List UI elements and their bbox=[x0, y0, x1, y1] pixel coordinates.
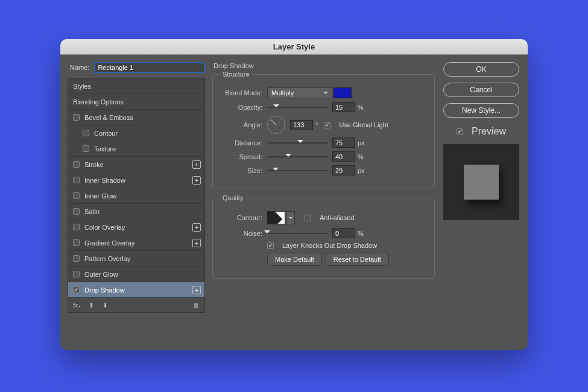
preview-label: Preview bbox=[472, 126, 506, 137]
add-instance-icon[interactable]: + bbox=[192, 223, 201, 232]
move-down-icon[interactable]: ⬇ bbox=[103, 302, 108, 309]
contour-picker[interactable] bbox=[267, 211, 285, 224]
contour-label: Contour: bbox=[220, 214, 262, 221]
styles-list-footer: fx▾ ⬆ ⬇ 🗑 bbox=[68, 298, 204, 312]
noise-input[interactable] bbox=[332, 228, 355, 238]
style-row-satin[interactable]: Satin bbox=[68, 204, 204, 220]
quality-legend: Quality bbox=[220, 194, 245, 201]
style-label: Stroke bbox=[84, 161, 104, 168]
size-label: Size: bbox=[220, 167, 262, 174]
style-row-inner-glow[interactable]: Inner Glow bbox=[68, 188, 204, 204]
style-row-pattern-overlay[interactable]: Pattern Overlay bbox=[68, 251, 204, 267]
move-up-icon[interactable]: ⬆ bbox=[89, 302, 94, 309]
style-label: Bevel & Emboss bbox=[84, 114, 133, 121]
angle-input[interactable] bbox=[290, 120, 313, 130]
preview-swatch bbox=[464, 165, 499, 200]
reset-default-button[interactable]: Reset to Default bbox=[326, 253, 389, 266]
size-unit: px bbox=[358, 167, 365, 174]
distance-slider[interactable] bbox=[267, 139, 327, 147]
angle-dial[interactable] bbox=[267, 116, 285, 134]
make-default-button[interactable]: Make Default bbox=[267, 253, 322, 266]
style-label: Texture bbox=[94, 145, 116, 153]
style-label: Outer Glow bbox=[84, 271, 118, 278]
styles-list: Styles Blending Options Bevel & EmbossCo… bbox=[68, 78, 205, 313]
new-style-button[interactable]: New Style... bbox=[443, 103, 519, 118]
blend-mode-select[interactable]: Multiply bbox=[267, 87, 332, 98]
style-row-inner-shadow[interactable]: Inner Shadow+ bbox=[68, 172, 204, 188]
knockout-checkbox[interactable] bbox=[267, 242, 274, 249]
style-row-gradient-overlay[interactable]: Gradient Overlay+ bbox=[68, 235, 204, 251]
style-label: Color Overlay bbox=[84, 224, 125, 231]
opacity-unit: % bbox=[358, 104, 364, 111]
layer-style-dialog: Layer Style Name: Styles Blending Option… bbox=[60, 39, 528, 350]
contour-dropdown-icon[interactable] bbox=[286, 211, 295, 224]
style-label: Inner Shadow bbox=[84, 177, 125, 184]
add-instance-icon[interactable]: + bbox=[192, 160, 201, 169]
distance-input[interactable] bbox=[332, 138, 355, 148]
distance-unit: px bbox=[358, 139, 365, 147]
noise-label: Noise: bbox=[220, 230, 262, 237]
cancel-button[interactable]: Cancel bbox=[443, 83, 519, 97]
blend-mode-label: Blend Mode: bbox=[220, 89, 262, 96]
use-global-light-checkbox[interactable] bbox=[324, 122, 330, 128]
style-checkbox[interactable] bbox=[73, 208, 80, 215]
structure-group: Structure Blend Mode: Multiply Opacity: … bbox=[212, 71, 435, 188]
style-checkbox[interactable] bbox=[73, 114, 80, 121]
add-instance-icon[interactable]: + bbox=[192, 176, 201, 185]
anti-aliased-checkbox[interactable] bbox=[305, 215, 311, 221]
add-instance-icon[interactable]: + bbox=[192, 239, 201, 247]
anti-aliased-label: Anti-aliased bbox=[320, 214, 354, 221]
knockout-label: Layer Knocks Out Drop Shadow bbox=[282, 242, 377, 249]
noise-unit: % bbox=[358, 230, 364, 237]
structure-legend: Structure bbox=[220, 71, 252, 78]
size-input[interactable] bbox=[332, 165, 355, 175]
opacity-slider[interactable] bbox=[267, 103, 327, 112]
style-label: Contour bbox=[94, 130, 118, 137]
shadow-color-swatch[interactable] bbox=[334, 87, 352, 98]
style-label: Inner Glow bbox=[84, 192, 116, 200]
style-row-bevel-emboss[interactable]: Bevel & Emboss bbox=[68, 110, 204, 125]
spread-input[interactable] bbox=[332, 151, 355, 162]
style-row-stroke[interactable]: Stroke+ bbox=[68, 157, 204, 172]
name-field[interactable] bbox=[94, 62, 205, 73]
style-checkbox[interactable] bbox=[73, 286, 80, 293]
dialog-title: Layer Style bbox=[60, 39, 528, 55]
add-instance-icon[interactable]: + bbox=[192, 286, 201, 294]
spread-slider[interactable] bbox=[267, 153, 327, 161]
opacity-label: Opacity: bbox=[220, 104, 262, 111]
style-checkbox[interactable] bbox=[73, 161, 80, 168]
style-checkbox[interactable] bbox=[73, 255, 80, 262]
style-checkbox[interactable] bbox=[83, 145, 89, 152]
style-label: Pattern Overlay bbox=[84, 255, 130, 262]
style-checkbox[interactable] bbox=[73, 239, 80, 246]
noise-slider[interactable] bbox=[267, 229, 327, 238]
ok-button[interactable]: OK bbox=[443, 62, 519, 77]
style-row-drop-shadow[interactable]: Drop Shadow+ bbox=[68, 282, 204, 298]
panel-title: Drop Shadow bbox=[213, 62, 435, 69]
trash-icon[interactable]: 🗑 bbox=[193, 302, 200, 309]
fx-icon[interactable]: fx▾ bbox=[73, 302, 80, 309]
styles-header[interactable]: Styles bbox=[68, 78, 204, 94]
preview-box bbox=[443, 144, 519, 220]
style-checkbox[interactable] bbox=[73, 192, 80, 199]
style-label: Satin bbox=[84, 208, 100, 215]
angle-label: Angle: bbox=[220, 121, 262, 128]
use-global-light-label: Use Global Light bbox=[339, 121, 388, 128]
style-label: Drop Shadow bbox=[84, 286, 125, 294]
preview-checkbox[interactable] bbox=[457, 128, 463, 135]
blending-options-header[interactable]: Blending Options bbox=[68, 94, 204, 110]
style-label: Gradient Overlay bbox=[84, 239, 134, 247]
style-row-outer-glow[interactable]: Outer Glow bbox=[68, 267, 204, 282]
style-checkbox[interactable] bbox=[73, 271, 80, 277]
spread-label: Spread: bbox=[220, 153, 262, 160]
style-row-contour[interactable]: Contour bbox=[68, 125, 204, 141]
style-checkbox[interactable] bbox=[73, 177, 80, 183]
style-checkbox[interactable] bbox=[73, 224, 80, 230]
size-slider[interactable] bbox=[267, 166, 327, 175]
distance-label: Distance: bbox=[220, 139, 262, 147]
style-row-texture[interactable]: Texture bbox=[68, 141, 204, 157]
style-row-color-overlay[interactable]: Color Overlay+ bbox=[68, 220, 204, 235]
quality-group: Quality Contour: Anti-aliased Noise: % bbox=[212, 194, 435, 279]
style-checkbox[interactable] bbox=[83, 130, 89, 136]
opacity-input[interactable] bbox=[332, 102, 355, 112]
